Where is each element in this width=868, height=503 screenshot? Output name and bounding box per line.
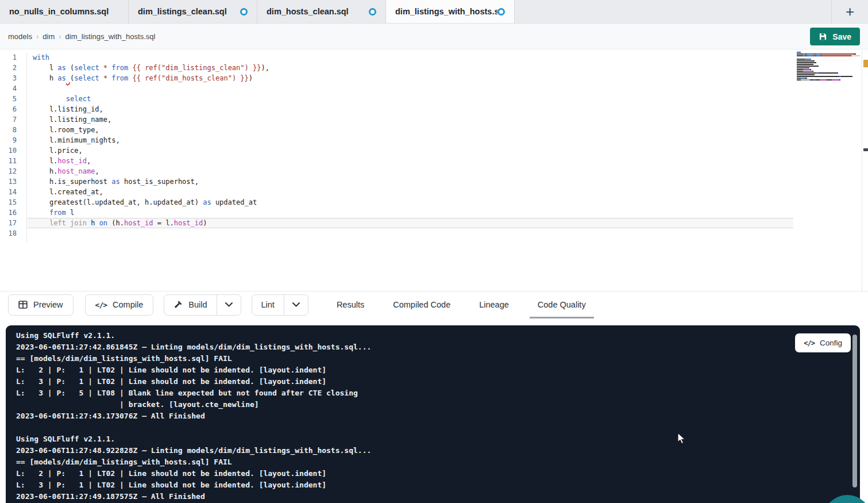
hammer-icon [173, 300, 183, 309]
minimap-line [797, 57, 860, 58]
minimap-line [797, 62, 860, 63]
save-button[interactable]: Save [810, 28, 860, 45]
code-token [33, 209, 49, 217]
line-number: 12 [0, 166, 26, 176]
line-number: 14 [0, 187, 26, 197]
unsaved-dot-icon[interactable] [369, 8, 376, 16]
line-number: 16 [0, 208, 26, 218]
breadcrumb-item[interactable]: models [8, 32, 32, 41]
minimap-segment [821, 53, 854, 55]
config-button[interactable]: </> Config [795, 333, 851, 352]
code-token: h. [33, 167, 57, 175]
code-line[interactable]: h.host_name, [28, 166, 793, 176]
line-number: 17 [0, 218, 26, 228]
minimap-segment [801, 78, 805, 79]
minimap-segment [797, 66, 819, 67]
code-brackets-icon: </> [95, 301, 107, 309]
minimap-segment [854, 53, 856, 55]
minimap-segment [810, 69, 811, 70]
code-token: as [203, 198, 211, 206]
code-token: l.minimum_nights, [33, 136, 120, 144]
minimap-segment [797, 72, 816, 74]
minimap-segment [820, 79, 827, 80]
editor-tab[interactable]: dim_hosts_clean.sql [257, 0, 386, 23]
code-line[interactable]: l.created_at, [28, 187, 793, 197]
code-line[interactable]: select [28, 94, 793, 104]
code-token: host_id [57, 157, 87, 165]
unsaved-dot-icon[interactable] [497, 8, 505, 16]
code-token: l. [33, 157, 57, 165]
terminal-line: Using SQLFluff v2.1.1. [16, 330, 860, 341]
minimap[interactable] [797, 50, 860, 83]
minimap-line [797, 69, 860, 70]
build-dropdown-button[interactable] [217, 295, 241, 315]
code-line[interactable]: h.is_superhost as host_is_superhost, [28, 176, 793, 187]
code-line[interactable]: from l [28, 208, 793, 218]
editor-tab[interactable]: dim_listings_with_hosts.sql [386, 0, 515, 23]
code-token: left join [49, 219, 87, 227]
minimap-segment [815, 79, 819, 80]
code-token: = l. [153, 219, 174, 227]
code-line[interactable] [28, 228, 793, 239]
code-line[interactable]: l.listing_name, [28, 114, 793, 125]
code-token [99, 74, 103, 82]
terminal-line: 2023-06-06T11:27:49.187575Z – All Finish… [16, 491, 860, 502]
code-token: h [33, 74, 57, 82]
breadcrumb-item[interactable]: dim [43, 32, 55, 41]
code-token [66, 74, 70, 82]
code-token: l.room_type, [33, 126, 99, 134]
code-editor[interactable]: 123456789101112131415161718 with l as (s… [0, 50, 868, 291]
code-line[interactable]: l as (select * from {{ ref("dim_listings… [28, 63, 793, 73]
panel-tab-code-quality[interactable]: Code Quality [534, 291, 590, 318]
code-line[interactable]: l.minimum_nights, [28, 135, 793, 145]
terminal-scrollbar[interactable] [852, 335, 857, 487]
line-number: 3 [0, 73, 26, 83]
code-area[interactable]: with l as (select * from {{ ref("dim_lis… [28, 52, 793, 239]
minimap-line [797, 53, 860, 55]
new-tab-button[interactable]: + [846, 4, 854, 19]
code-line[interactable]: l.host_id, [28, 156, 793, 166]
unsaved-dot-icon[interactable] [240, 8, 248, 16]
code-line[interactable]: l.price, [28, 145, 793, 156]
panel-tab-lineage[interactable]: Lineage [475, 291, 513, 318]
code-line[interactable]: l.room_type, [28, 125, 793, 135]
panel-tab-results[interactable]: Results [333, 291, 368, 318]
minimap-segment [797, 78, 801, 79]
code-token: l.price, [33, 147, 83, 155]
config-label: Config [820, 339, 842, 347]
code-token: as [111, 178, 119, 186]
code-token: l [66, 209, 74, 217]
preview-button[interactable]: Preview [8, 294, 74, 316]
code-token: {{ ref("dim_listings_clean") }} [132, 64, 261, 72]
chevron-down-icon [292, 302, 300, 307]
code-line[interactable]: left join h on (h.host_id = l.host_id) [28, 218, 793, 228]
editor-tabs: no_nulls_in_columns.sqldim_listings_clea… [0, 0, 515, 23]
build-button[interactable]: Build [164, 295, 216, 315]
minimap-segment [851, 55, 852, 56]
code-line[interactable] [28, 83, 793, 94]
minimap-segment [801, 79, 810, 80]
panel-tab-compiled-code[interactable]: Compiled Code [389, 291, 454, 318]
breadcrumb-item[interactable]: dim_listings_with_hosts.sql [65, 32, 156, 41]
minimap-segment [827, 79, 832, 80]
line-number: 10 [0, 145, 26, 156]
code-token: from [111, 64, 128, 72]
editor-tab[interactable]: dim_listings_clean.sql [129, 0, 257, 23]
code-line[interactable]: with [28, 52, 793, 63]
code-line[interactable]: greatest(l.updated_at, h.updated_at) as … [28, 197, 793, 208]
code-token: select [74, 64, 99, 72]
code-token: on [99, 219, 107, 227]
code-token: * [103, 64, 107, 72]
minimap-segment [797, 60, 815, 62]
minimap-segment [797, 59, 805, 60]
code-token: l.listing_id, [33, 105, 103, 113]
code-token: select [74, 74, 99, 82]
lint-dropdown-button[interactable] [284, 295, 308, 315]
code-token: l.created_at, [33, 188, 103, 196]
code-line[interactable]: l.listing_id, [28, 104, 793, 114]
code-token: ), [261, 64, 269, 72]
editor-tab[interactable]: no_nulls_in_columns.sql [0, 0, 129, 23]
code-line[interactable]: h as (select * from {{ ref("dim_hosts_cl… [28, 73, 793, 83]
lint-button[interactable]: Lint [252, 295, 284, 315]
compile-button[interactable]: </> Compile [85, 294, 154, 316]
